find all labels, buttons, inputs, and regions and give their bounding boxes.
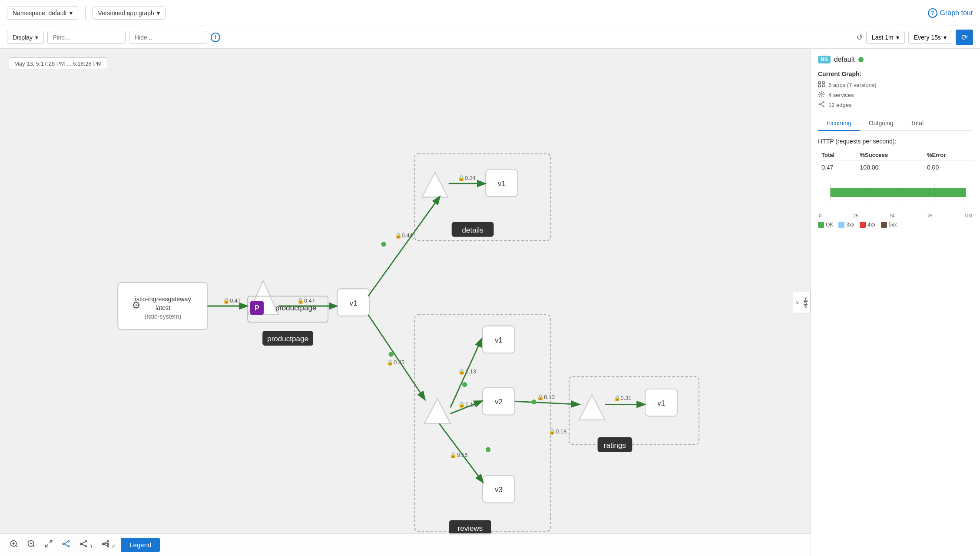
svg-text:v1: v1 [495,336,503,344]
legend-4xx-color [860,222,866,228]
tab-outgoing[interactable]: Outgoing [860,116,902,131]
http-table-row: 0.47 100.00 0.00 [818,160,973,175]
second-toolbar-right: ↺ Last 1m ▾ Every 15s ▾ ⟳ [856,30,973,45]
svg-line-80 [82,542,85,544]
svg-point-73 [68,541,69,542]
svg-text:reviews: reviews [458,524,483,533]
svg-text:🔒0.44: 🔒0.44 [395,232,413,239]
axis-25: 25 [853,213,858,218]
graph-timestamp: May 13, 5:17:28 PM ... 5:18:28 PM [9,57,107,70]
display-label: Display [13,34,33,41]
bottom-toolbar: 1 2 Legend [0,533,811,556]
svg-text:🔒0.47: 🔒0.47 [297,297,315,304]
svg-rect-90 [822,82,824,84]
ns-badge: NS [818,56,831,63]
tab-total[interactable]: Total [902,116,933,131]
hide-panel-button[interactable]: Hide » [793,291,811,313]
cluster-graph-button[interactable]: 2 [99,537,117,553]
svg-rect-91 [818,85,821,87]
edges-icon [818,101,825,109]
refresh-button[interactable]: ⟳ [956,30,973,45]
stat-edges: 12 edges [818,101,973,109]
graph-area[interactable]: May 13, 5:17:28 PM ... 5:18:28 PM Hide »… [0,49,811,556]
svg-point-72 [63,543,64,544]
svg-point-84 [107,543,109,544]
svg-text:productpage: productpage [267,335,308,343]
axis-0: 0 [819,213,821,218]
svg-line-88 [104,544,107,546]
http-table: Total %Success %Error 0.47 100.00 0.00 [818,150,973,174]
apps-stat: 5 apps (7 versions) [828,82,877,88]
svg-text:🔒0.31: 🔒0.31 [614,395,632,402]
http-title: HTTP (requests per second): [818,138,973,145]
graph-type-dropdown[interactable]: Versioned app graph ▾ [93,7,166,20]
ns-name: default [834,56,855,63]
time-label: Last 1m [872,34,894,41]
top-toolbar-right: ? Graph tour [928,8,973,18]
svg-text:🔒0.18: 🔒0.18 [549,428,566,435]
right-panel: NS default Current Graph: 5 apps (7 vers… [811,49,980,556]
svg-point-59 [389,352,394,356]
svg-text:P: P [255,304,259,312]
toolbar-divider [85,6,86,20]
svg-text:🔒0.13: 🔒0.13 [458,368,476,375]
legend-4xx: 4xx [860,222,876,228]
svg-text:🔒0.47: 🔒0.47 [223,297,241,304]
svg-text:istio-ingressgateway: istio-ingressgateway [135,296,192,303]
interval-dropdown[interactable]: Every 15s ▾ [908,31,952,44]
namespace-dropdown[interactable]: Namespace: default ▾ [7,7,78,20]
svg-rect-89 [818,82,821,84]
interval-label: Every 15s [914,34,941,41]
graph-stats: 5 apps (7 versions) 4 services 12 edges [818,81,973,109]
namespace-graph-button[interactable]: 1 [76,537,95,553]
history-icon[interactable]: ↺ [856,33,863,42]
val-success: 100.00 [857,160,924,175]
legend-3xx-color [838,222,844,228]
svg-point-61 [486,447,490,452]
col-success: %Success [857,150,924,160]
tab-incoming[interactable]: Incoming [818,116,860,131]
svg-point-58 [381,242,386,246]
graph-svg[interactable]: details reviews ratings ⚙ istio-ingressg… [0,49,811,556]
legend-button[interactable]: Legend [121,538,160,552]
fit-view-button[interactable] [42,537,56,553]
hide-input[interactable] [129,31,207,44]
svg-text:productpage: productpage [275,304,317,312]
val-error: 0.00 [924,160,973,175]
svg-rect-104 [831,188,966,197]
svg-point-93 [821,93,822,95]
svg-text:🔒0.13: 🔒0.13 [537,394,555,401]
legend-4xx-label: 4xx [867,222,876,228]
chevron-down-icon: ▾ [944,34,947,41]
time-range-dropdown[interactable]: Last 1m ▾ [866,31,905,44]
graph-tour-link[interactable]: ? Graph tour [928,8,973,18]
legend-ok-color [818,222,824,228]
services-stat: 4 services [828,92,854,98]
graph-layout-button[interactable] [59,537,73,553]
svg-point-74 [68,546,69,547]
svg-point-95 [823,102,824,103]
svg-text:v1: v1 [349,299,357,307]
health-indicator [858,57,864,62]
info-icon[interactable]: i [211,33,220,42]
help-circle-icon: ? [928,8,937,18]
find-input[interactable] [47,31,126,44]
display-dropdown[interactable]: Display ▾ [7,31,44,44]
svg-line-71 [46,545,48,547]
zoom-out-button[interactable] [24,537,38,553]
svg-point-78 [85,541,86,542]
stat-services: 4 services [818,91,973,99]
legend-3xx: 3xx [838,222,854,228]
svg-line-97 [820,103,823,104]
axis-100: 100 [964,213,972,218]
zoom-in-button[interactable] [7,537,21,553]
axis-75: 75 [927,213,932,218]
svg-point-77 [80,543,82,544]
svg-line-76 [64,544,68,546]
chevron-down-icon: ▾ [70,10,73,17]
chevron-right-icon: » [795,301,801,304]
chart-legend: OK 3xx 4xx 5xx [818,222,973,228]
svg-text:ratings: ratings [604,441,626,449]
top-toolbar-left: Namespace: default ▾ Versioned app graph… [7,6,166,20]
namespace-label: Namespace: default [13,10,67,17]
